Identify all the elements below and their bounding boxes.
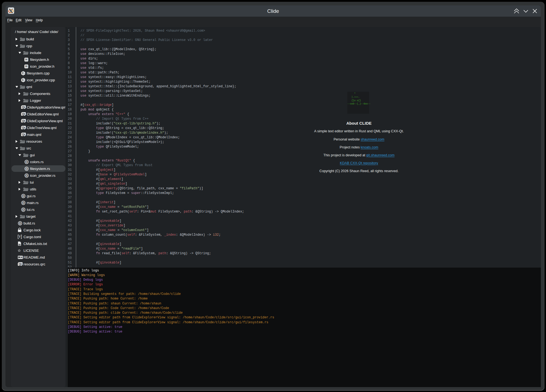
svg-text:R: R	[26, 167, 28, 170]
svg-text:R: R	[26, 160, 28, 163]
svg-text:Qt: Qt	[22, 119, 25, 122]
svg-text:T: T	[19, 235, 21, 238]
svg-text:Qt: Qt	[22, 113, 25, 116]
svg-text:Qt: Qt	[22, 133, 25, 136]
svg-text:+: +	[24, 72, 25, 74]
svg-text:Qt: Qt	[22, 126, 25, 129]
svg-text:Qt: Qt	[19, 263, 22, 266]
svg-text:H: H	[25, 58, 28, 61]
svg-text:R: R	[22, 208, 24, 211]
svg-text:R: R	[26, 174, 28, 177]
svg-text:C: C	[22, 72, 24, 75]
svg-text:Qt: Qt	[22, 106, 25, 109]
svg-text:R: R	[19, 222, 21, 225]
svg-text:C: C	[22, 79, 24, 82]
svg-text:R: R	[22, 201, 24, 204]
svg-text:+: +	[24, 79, 25, 81]
svg-text:H: H	[25, 65, 28, 68]
svg-text:R: R	[22, 194, 24, 198]
